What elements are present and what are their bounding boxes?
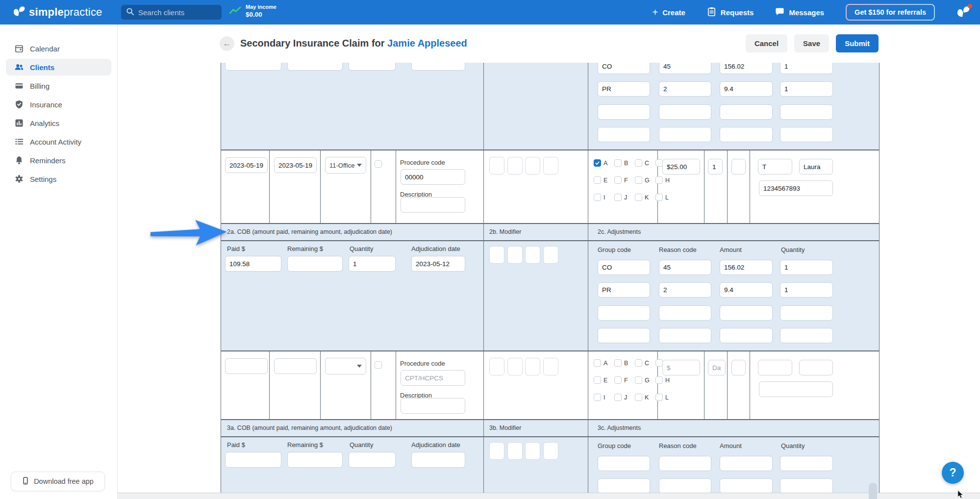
reason-code-input[interactable] — [659, 328, 711, 343]
download-app-button[interactable]: Download free app — [11, 472, 105, 491]
qualifier-input[interactable] — [758, 159, 792, 175]
diagnosis-checkbox-d[interactable] — [655, 159, 663, 167]
group-code-input[interactable] — [598, 305, 650, 321]
group-code-input[interactable] — [598, 456, 650, 471]
amount-input[interactable] — [720, 456, 773, 471]
diagnosis-checkbox-j[interactable] — [614, 194, 622, 201]
reason-code-input[interactable] — [659, 260, 711, 275]
back-button[interactable]: ← — [220, 36, 234, 51]
sidebar-item-settings[interactable]: Settings — [0, 170, 117, 188]
sidebar-item-billing[interactable]: Billing — [0, 76, 117, 95]
reason-code-input[interactable] — [659, 456, 711, 471]
amount-input[interactable] — [720, 305, 773, 321]
reason-code-input[interactable] — [659, 305, 711, 321]
provider-name-input[interactable] — [799, 360, 833, 375]
adj-quantity-input[interactable] — [780, 478, 833, 493]
adj-quantity-input[interactable] — [780, 81, 833, 97]
sidebar-item-reminders[interactable]: Reminders — [0, 151, 117, 170]
adj-quantity-input[interactable] — [780, 328, 833, 343]
charge-input[interactable] — [662, 159, 700, 175]
modifier-input[interactable] — [543, 246, 558, 264]
diagnosis-checkbox-g[interactable] — [635, 176, 642, 184]
diagnosis-checkbox-j[interactable] — [614, 394, 622, 401]
diagnosis-checkbox-i[interactable] — [594, 394, 601, 401]
modifier-input[interactable] — [507, 442, 523, 460]
diagnosis-checkbox-f[interactable] — [614, 376, 622, 384]
amount-input[interactable] — [720, 328, 773, 343]
reason-code-input[interactable] — [659, 127, 711, 142]
group-code-input[interactable] — [598, 328, 650, 343]
reason-code-input[interactable] — [659, 63, 711, 74]
row-checkbox[interactable] — [375, 160, 382, 168]
income-widget[interactable]: May income $0.00 — [229, 4, 276, 19]
diagnosis-checkbox-l[interactable] — [655, 194, 663, 201]
provider-id-input[interactable] — [759, 381, 833, 397]
group-code-input[interactable] — [598, 63, 650, 74]
adj-quantity-input[interactable] — [780, 63, 833, 74]
modifier-input[interactable] — [507, 358, 523, 375]
adjudication-date-input[interactable] — [411, 256, 465, 272]
units-input[interactable] — [708, 360, 726, 375]
reason-code-input[interactable] — [659, 104, 711, 120]
group-code-input[interactable] — [598, 127, 650, 142]
procedure-code-input[interactable] — [401, 370, 465, 386]
modifier-input[interactable] — [525, 157, 540, 175]
date-to-input[interactable] — [274, 157, 317, 173]
cancel-button[interactable]: Cancel — [746, 34, 787, 52]
epsdt-input[interactable] — [731, 159, 746, 175]
diagnosis-checkbox-e[interactable] — [594, 176, 601, 184]
remaining-input[interactable] — [287, 256, 343, 272]
adj-quantity-input[interactable] — [780, 260, 833, 275]
diagnosis-checkbox-b[interactable] — [614, 159, 622, 167]
remaining-input[interactable] — [287, 63, 343, 71]
create-button[interactable]: + Create — [652, 7, 685, 17]
charge-input[interactable] — [662, 360, 700, 375]
date-from-input[interactable] — [225, 358, 268, 374]
modifier-input[interactable] — [489, 246, 504, 264]
modifier-input[interactable] — [489, 157, 504, 175]
paid-input[interactable] — [225, 452, 281, 468]
adj-quantity-input[interactable] — [780, 127, 833, 142]
diagnosis-checkbox-g[interactable] — [635, 376, 642, 384]
amount-input[interactable] — [720, 478, 773, 493]
modifier-input[interactable] — [507, 157, 523, 175]
diagnosis-checkbox-e[interactable] — [594, 376, 601, 384]
provider-id-input[interactable] — [759, 180, 833, 196]
group-code-input[interactable] — [598, 478, 650, 493]
diagnosis-checkbox-h[interactable] — [655, 376, 663, 384]
diagnosis-checkbox-f[interactable] — [614, 176, 622, 184]
diagnosis-checkbox-l[interactable] — [655, 394, 663, 401]
save-button[interactable]: Save — [794, 34, 829, 52]
requests-button[interactable]: Requests — [707, 7, 754, 18]
sidebar-item-calendar[interactable]: Calendar — [0, 39, 117, 58]
modifier-input[interactable] — [525, 358, 540, 375]
amount-input[interactable] — [720, 104, 773, 120]
amount-input[interactable] — [720, 127, 773, 142]
quantity-input[interactable] — [349, 63, 396, 71]
amount-input[interactable] — [720, 81, 773, 97]
messages-button[interactable]: Messages — [775, 7, 824, 18]
description-input[interactable] — [401, 197, 465, 213]
adj-quantity-input[interactable] — [780, 305, 833, 321]
description-input[interactable] — [401, 398, 465, 414]
search-input[interactable]: Search clients — [121, 5, 222, 20]
adj-quantity-input[interactable] — [780, 456, 833, 471]
sidebar-item-insurance[interactable]: Insurance — [0, 95, 117, 114]
adj-quantity-input[interactable] — [780, 104, 833, 120]
brand-logo[interactable]: simplepractice — [13, 0, 102, 25]
date-to-input[interactable] — [274, 358, 317, 374]
quantity-input[interactable] — [349, 452, 396, 468]
diagnosis-checkbox-a[interactable] — [594, 159, 601, 167]
modifier-input[interactable] — [489, 358, 504, 375]
reason-code-input[interactable] — [659, 282, 711, 298]
units-input[interactable] — [708, 159, 723, 175]
place-of-service-select[interactable]: 11-Office — [325, 157, 366, 174]
group-code-input[interactable] — [598, 81, 650, 97]
qualifier-input[interactable] — [758, 360, 792, 375]
group-code-input[interactable] — [598, 104, 650, 120]
client-name-link[interactable]: Jamie Appleseed — [387, 38, 467, 49]
adj-quantity-input[interactable] — [780, 282, 833, 298]
amount-input[interactable] — [720, 260, 773, 275]
modifier-input[interactable] — [543, 358, 558, 375]
notifications-butterfly-icon[interactable] — [956, 5, 971, 19]
